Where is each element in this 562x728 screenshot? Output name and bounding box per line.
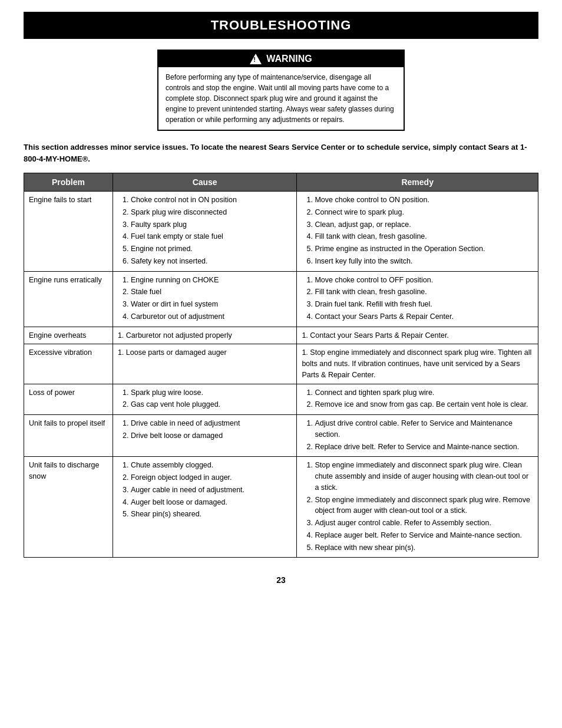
- cause-cell: Choke control not in ON positionSpark pl…: [113, 192, 297, 272]
- cause-cell: Engine running on CHOKEStale fuelWater o…: [113, 271, 297, 327]
- cause-item: Drive cable in need of adjustment: [131, 418, 292, 429]
- remedy-item: Clean, adjust gap, or replace.: [315, 219, 533, 230]
- cause-item: Carburetor out of adjustment: [131, 311, 292, 322]
- cause-item: Choke control not in ON position: [131, 195, 292, 206]
- remedy-item: Move choke control to OFF position.: [315, 275, 533, 286]
- cause-item: Gas cap vent hole plugged.: [131, 399, 292, 410]
- warning-box: WARNING Before performing any type of ma…: [157, 50, 405, 131]
- problem-cell: Loss of power: [24, 384, 113, 415]
- remedy-cell: Move choke control to OFF position.Fill …: [297, 271, 538, 327]
- problem-cell: Unit fails to propel itself: [24, 415, 113, 457]
- cause-item: Engine running on CHOKE: [131, 275, 292, 286]
- remedy-cell: Connect and tighten spark plug wire.Remo…: [297, 384, 538, 415]
- remedy-item: Adjust auger control cable. Refer to Ass…: [315, 518, 533, 529]
- remedy-item: Remove ice and snow from gas cap. Be cer…: [315, 399, 533, 410]
- remedy-cell: Adjust drive control cable. Refer to Ser…: [297, 415, 538, 457]
- problem-cell: Excessive vibration: [24, 344, 113, 384]
- remedy-cell: 1. Stop engine immediately and disconnec…: [297, 344, 538, 384]
- remedy-cell: 1. Contact your Sears Parts & Repair Cen…: [297, 327, 538, 344]
- warning-header: WARNING: [158, 51, 404, 67]
- remedy-item: Replace drive belt. Refer to Service and…: [315, 442, 533, 453]
- table-row: Engine runs erraticallyEngine running on…: [24, 271, 538, 327]
- page-title-bar: TROUBLESHOOTING: [24, 12, 538, 39]
- remedy-item: Drain fuel tank. Refill with fresh fuel.: [315, 299, 533, 310]
- header-problem: Problem: [24, 173, 113, 192]
- remedy-item: Stop engine immediately and disconnect s…: [315, 495, 533, 517]
- page-number: 23: [24, 575, 538, 585]
- problem-cell: Engine fails to start: [24, 192, 113, 272]
- remedy-item: Connect wire to spark plug.: [315, 207, 533, 218]
- warning-triangle-icon: [250, 54, 262, 64]
- remedy-item: Prime engine as instructed in the Operat…: [315, 243, 533, 255]
- cause-item: Auger belt loose or damaged.: [131, 497, 292, 508]
- cause-item: Water or dirt in fuel system: [131, 299, 292, 310]
- remedy-item: Replace with new shear pin(s).: [315, 542, 533, 554]
- cause-item: Auger cable in need of adjustment.: [131, 485, 292, 496]
- cause-item: Safety key not inserted.: [131, 256, 292, 267]
- remedy-item: Fill tank with clean, fresh gasoline.: [315, 286, 533, 298]
- remedy-item: Move choke control to ON position.: [315, 195, 533, 206]
- cause-item: Engine not primed.: [131, 243, 292, 255]
- cause-cell: Chute assembly clogged.Foreign object lo…: [113, 457, 297, 558]
- cause-cell: Drive cable in need of adjustmentDrive b…: [113, 415, 297, 457]
- troubleshoot-table: Problem Cause Remedy Engine fails to sta…: [24, 173, 538, 558]
- header-cause: Cause: [113, 173, 297, 192]
- cause-item: Spark plug wire disconnected: [131, 207, 292, 218]
- cause-cell: 1. Loose parts or damaged auger: [113, 344, 297, 384]
- cause-item: Shear pin(s) sheared.: [131, 509, 292, 520]
- cause-item: Stale fuel: [131, 286, 292, 298]
- cause-cell: Spark plug wire loose.Gas cap vent hole …: [113, 384, 297, 415]
- header-remedy: Remedy: [297, 173, 538, 192]
- warning-body: Before performing any type of maintenanc…: [158, 67, 404, 130]
- section-intro: This section addresses minor service iss…: [24, 141, 538, 164]
- problem-cell: Unit fails to discharge snow: [24, 457, 113, 558]
- remedy-item: Connect and tighten spark plug wire.: [315, 387, 533, 398]
- remedy-item: Adjust drive control cable. Refer to Ser…: [315, 418, 533, 440]
- table-row: Engine fails to startChoke control not i…: [24, 192, 538, 272]
- cause-item: Foreign object lodged in auger.: [131, 472, 292, 483]
- table-row: Excessive vibration1. Loose parts or dam…: [24, 344, 538, 384]
- remedy-cell: Stop engine immediately and disconnect s…: [297, 457, 538, 558]
- remedy-cell: Move choke control to ON position.Connec…: [297, 192, 538, 272]
- remedy-item: Contact your Sears Parts & Repair Center…: [315, 311, 533, 322]
- warning-section: WARNING Before performing any type of ma…: [24, 50, 538, 131]
- problem-cell: Engine overheats: [24, 327, 113, 344]
- remedy-item: Replace auger belt. Refer to Service and…: [315, 530, 533, 541]
- table-row: Loss of powerSpark plug wire loose.Gas c…: [24, 384, 538, 415]
- cause-item: Drive belt loose or damaged: [131, 430, 292, 442]
- remedy-item: Insert key fully into the switch.: [315, 256, 533, 267]
- warning-title: WARNING: [266, 54, 312, 64]
- table-row: Unit fails to discharge snowChute assemb…: [24, 457, 538, 558]
- cause-item: Spark plug wire loose.: [131, 387, 292, 398]
- table-header-row: Problem Cause Remedy: [24, 173, 538, 192]
- cause-item: Fuel tank empty or stale fuel: [131, 231, 292, 242]
- page-title: TROUBLESHOOTING: [211, 18, 352, 32]
- table-row: Engine overheats1. Carburetor not adjust…: [24, 327, 538, 344]
- remedy-item: Fill tank with clean, fresh gasoline.: [315, 231, 533, 242]
- cause-cell: 1. Carburetor not adjusted properly: [113, 327, 297, 344]
- table-row: Unit fails to propel itselfDrive cable i…: [24, 415, 538, 457]
- cause-item: Chute assembly clogged.: [131, 460, 292, 471]
- cause-item: Faulty spark plug: [131, 219, 292, 230]
- remedy-item: Stop engine immediately and disconnect s…: [315, 460, 533, 493]
- problem-cell: Engine runs erratically: [24, 271, 113, 327]
